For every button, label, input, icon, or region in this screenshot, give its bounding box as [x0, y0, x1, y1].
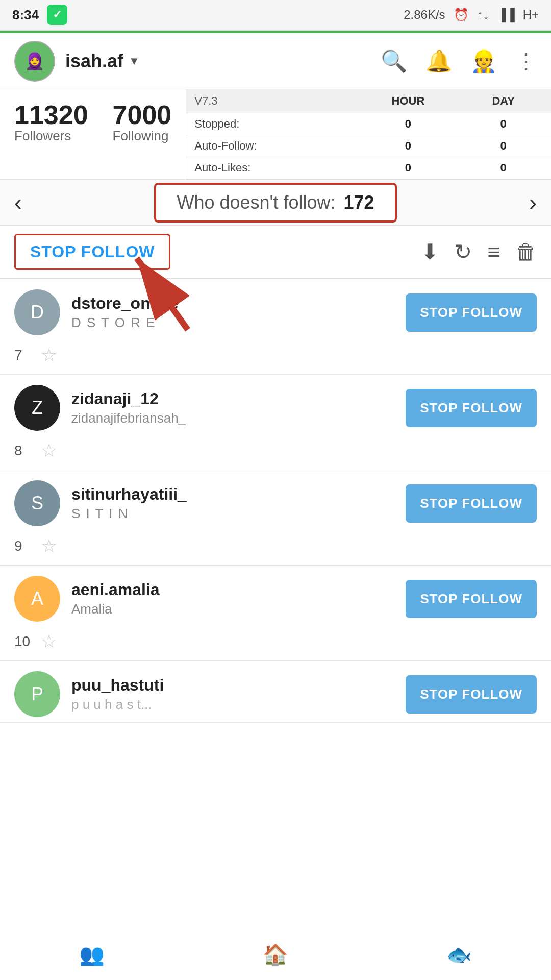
following-label: Following	[113, 128, 169, 144]
user-username: zidanaji_12	[71, 389, 406, 408]
following-stat: 7000 Following	[113, 102, 172, 167]
stop-follow-button[interactable]: STOP FOLLOW	[406, 389, 537, 427]
user-username: puu_hastuti	[71, 676, 406, 695]
stopped-hour: 0	[361, 113, 456, 135]
user-avatar: A	[14, 576, 60, 622]
fish-icon: 🐟	[446, 943, 472, 967]
bottom-nav-people[interactable]: 👥	[79, 943, 105, 967]
avatar: 🧕	[14, 41, 55, 82]
app-header: 🧕 isah.af ▼ 🔍 🔔 👷 ⋮	[0, 33, 551, 89]
network-type: H+	[523, 8, 539, 22]
worker-icon[interactable]: 👷	[470, 48, 497, 74]
user-item-top: D dstore_online D S T O R E STOP FOLLOW	[14, 279, 537, 340]
user-item-bottom: 10 ☆	[14, 627, 537, 660]
user-username: sitinurhayatiii_	[71, 485, 406, 504]
username-text: isah.af	[65, 51, 123, 72]
clock-icon: ⏰	[454, 8, 469, 22]
search-icon[interactable]: 🔍	[381, 48, 407, 74]
user-info: puu_hastuti p u u h a s t...	[71, 676, 406, 713]
wifi-icon: ▐▐	[497, 8, 515, 22]
user-info: zidanaji_12 zidanajifebriansah_	[71, 389, 406, 426]
stats-version: V7.3	[186, 89, 360, 113]
stats-table-header: V7.3 HOUR DAY	[186, 89, 551, 113]
user-subtitle: S I T I N	[71, 506, 406, 522]
user-avatar: Z	[14, 385, 60, 431]
stats-row-autolikes: Auto-Likes: 0 0	[186, 157, 551, 179]
star-icon[interactable]: ☆	[41, 345, 57, 366]
more-options-icon[interactable]: ⋮	[515, 48, 537, 74]
list-item: S sitinurhayatiii_ S I T I N STOP FOLLOW…	[0, 470, 551, 566]
who-doesnt-follow-box: Who doesn't follow: 172	[154, 183, 396, 223]
stop-follow-main-button[interactable]: STOP FOLLOW	[14, 234, 170, 270]
star-icon[interactable]: ☆	[41, 631, 57, 652]
user-item-top: Z zidanaji_12 zidanajifebriansah_ STOP F…	[14, 375, 537, 436]
bell-icon[interactable]: 🔔	[425, 48, 452, 74]
user-username: dstore_online	[71, 294, 406, 313]
nav-row: ‹ Who doesn't follow: 172 ›	[0, 180, 551, 226]
user-item-top: S sitinurhayatiii_ S I T I N STOP FOLLOW	[14, 470, 537, 531]
user-info: dstore_online D S T O R E	[71, 294, 406, 331]
stop-follow-button[interactable]: STOP FOLLOW	[406, 675, 537, 714]
avatar-icon: 🧕	[24, 52, 45, 71]
stats-left: 11320 Followers 7000 Following	[0, 89, 186, 179]
autolikes-hour: 0	[361, 157, 456, 179]
stats-row-stopped: Stopped: 0 0	[186, 113, 551, 135]
user-subtitle: p u u h a s t...	[71, 697, 406, 713]
stats-row-autofollow: Auto-Follow: 0 0	[186, 135, 551, 157]
user-username: aeni.amalia	[71, 580, 406, 599]
list-item: P puu_hastuti p u u h a s t... STOP FOLL…	[0, 661, 551, 723]
user-item-top: A aeni.amalia Amalia STOP FOLLOW	[14, 566, 537, 627]
autolikes-day: 0	[456, 157, 551, 179]
item-number: 9	[14, 538, 33, 554]
user-avatar: P	[14, 671, 60, 717]
home-icon: 🏠	[263, 943, 288, 967]
bottom-nav-home[interactable]: 🏠	[263, 943, 288, 967]
download-icon[interactable]: ⬇	[421, 239, 439, 264]
stop-follow-button[interactable]: STOP FOLLOW	[406, 484, 537, 523]
who-doesnt-follow-text: Who doesn't follow:	[177, 192, 335, 213]
list-item: D dstore_online D S T O R E STOP FOLLOW …	[0, 279, 551, 375]
bottom-nav: 👥 🏠 🐟	[0, 929, 551, 980]
who-doesnt-follow-count: 172	[343, 192, 374, 213]
user-item-top: P puu_hastuti p u u h a s t... STOP FOLL…	[14, 661, 537, 722]
signal-icon: ↑↓	[477, 8, 489, 22]
bottom-nav-fish[interactable]: 🐟	[446, 943, 472, 967]
followers-label: Followers	[14, 128, 71, 144]
prev-nav-arrow[interactable]: ‹	[14, 190, 22, 215]
list-item: Z zidanaji_12 zidanajifebriansah_ STOP F…	[0, 375, 551, 470]
autofollow-hour: 0	[361, 135, 456, 157]
stopped-label: Stopped:	[186, 113, 360, 135]
autolikes-label: Auto-Likes:	[186, 157, 360, 179]
refresh-icon[interactable]: ↻	[454, 239, 472, 264]
item-number: 8	[14, 443, 33, 459]
stats-section: 11320 Followers 7000 Following V7.3 HOUR…	[0, 89, 551, 180]
status-left: 8:34 ✓	[12, 5, 67, 25]
list-item: A aeni.amalia Amalia STOP FOLLOW 10 ☆	[0, 566, 551, 661]
autofollow-day: 0	[456, 135, 551, 157]
followers-count: 11320	[14, 102, 88, 128]
stop-follow-button[interactable]: STOP FOLLOW	[406, 580, 537, 618]
user-info: aeni.amalia Amalia	[71, 580, 406, 617]
header-username[interactable]: isah.af ▼	[65, 51, 140, 72]
people-icon: 👥	[79, 943, 105, 967]
user-info: sitinurhayatiii_ S I T I N	[71, 485, 406, 522]
toolbar: STOP FOLLOW ⬇ ↻ ≡ 🗑	[0, 226, 551, 279]
user-subtitle: zidanajifebriansah_	[71, 410, 406, 426]
star-icon[interactable]: ☆	[41, 535, 57, 557]
user-avatar: S	[14, 480, 60, 526]
stop-follow-button[interactable]: STOP FOLLOW	[406, 293, 537, 332]
status-time: 8:34	[12, 7, 39, 23]
stats-table: V7.3 HOUR DAY Stopped: 0 0 Auto-Follow: …	[186, 89, 551, 179]
star-icon[interactable]: ☆	[41, 440, 57, 461]
network-speed: 2.86K/s	[404, 8, 445, 22]
dropdown-arrow-icon[interactable]: ▼	[129, 55, 140, 68]
whatsapp-icon: ✓	[47, 5, 67, 25]
followers-stat: 11320 Followers	[14, 102, 88, 167]
stats-day-header: DAY	[456, 89, 551, 113]
user-avatar: D	[14, 289, 60, 335]
delete-icon[interactable]: 🗑	[515, 240, 537, 264]
nav-center: Who doesn't follow: 172	[22, 183, 530, 223]
filter-icon[interactable]: ≡	[487, 240, 500, 264]
next-nav-arrow[interactable]: ›	[529, 190, 537, 215]
user-subtitle: D S T O R E	[71, 315, 406, 331]
